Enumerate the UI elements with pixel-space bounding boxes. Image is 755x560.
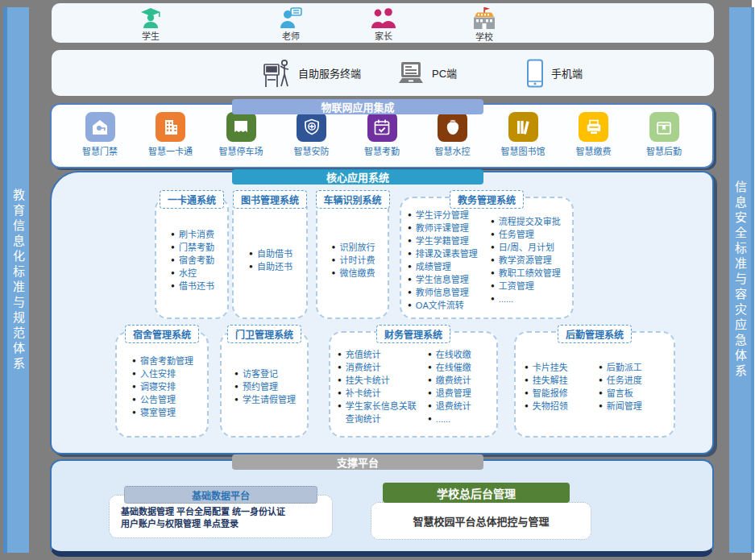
- list-item: ●退费统计: [426, 400, 492, 413]
- system-logistics: 后勤管理系统 ●卡片挂失 ●挂失解挂 ●智能报修 ●失物招领 ●后勤派工 ●任务…: [514, 331, 675, 438]
- system-title: 一卡通系统: [160, 190, 224, 209]
- list-item: ●智能报修: [523, 387, 597, 400]
- system-item-list: ●流程提交及审批 ●任务管理 ●日/周、月计划 ●教学资源管理 ●教职工绩效管理…: [489, 208, 569, 313]
- list-item: ●......: [489, 292, 569, 305]
- list-item: ●预约管理: [233, 380, 297, 393]
- list-item: ●调寝安排: [131, 380, 195, 393]
- list-item: ●成绩管理: [406, 260, 489, 273]
- system-item-list: ●后勤派工 ●任务进度 ●留言板 ●新闻管理: [597, 342, 668, 431]
- core-section: 一卡通系统 ●刷卡消费 ●门禁考勤 ●宿舍考勤 ●水控 ●借书还书 图书管理系统…: [50, 171, 714, 454]
- list-item: ●刷卡消费: [169, 228, 216, 241]
- list-item: ●学生家长信息关联查询统计: [336, 400, 426, 425]
- users-row: 学生 老师: [52, 3, 714, 43]
- list-item: ●挂失卡统计: [336, 374, 426, 387]
- system-title: 宿舍管理系统: [125, 325, 199, 343]
- smart-campus-architecture-diagram: 教育信息化标准与规范体系 信息安全标准与容灾应急体系 学生: [0, 0, 755, 560]
- system-academic: 教务管理系统 ●学生评分管理 ●教师评课管理 ●学生学籍管理 ●排课及课表管理 …: [400, 197, 574, 319]
- list-item: ●留言板: [597, 387, 668, 400]
- list-item: ●宿舍考勤管理: [131, 355, 195, 367]
- list-item: ●识别放行: [330, 241, 377, 254]
- iot-item-logistics: 智慧后勤: [635, 112, 693, 157]
- phone-icon: [525, 59, 545, 88]
- list-item: ●退费管理: [426, 387, 492, 400]
- list-item: ●任务管理: [489, 228, 569, 241]
- list-item: ●工资管理: [489, 280, 569, 292]
- list-item: ●失物招领: [523, 400, 597, 413]
- system-vehicle: 车辆识别系统 ●识别放行 ●计时计费 ●微信缴费: [316, 197, 389, 319]
- user-label: 学生: [142, 29, 160, 42]
- student-icon: [139, 7, 162, 28]
- terminals-row: 自助服务终端 PC端: [52, 50, 714, 96]
- calendar-check-icon: [367, 112, 397, 142]
- iot-item-payment: 智慧缴费: [565, 112, 623, 157]
- iot-item-access: 智慧门禁: [71, 112, 129, 157]
- list-item: ●后勤派工: [597, 361, 668, 374]
- right-standard-sidebar: 信息安全标准与容灾应急体系: [729, 7, 754, 553]
- system-title: 后勤管理系统: [558, 325, 632, 343]
- school-admin-title: 学校总后台管理: [383, 483, 570, 503]
- system-onecard: 一卡通系统 ●刷卡消费 ●门禁考勤 ●宿舍考勤 ●水控 ●借书还书: [155, 197, 229, 319]
- list-item: ●消费统计: [336, 361, 426, 374]
- system-gate: 门卫管理系统 ●访客登记 ●预约管理 ●学生请假管理: [220, 331, 309, 438]
- books-icon: [508, 112, 538, 142]
- user-parents: 家长: [351, 7, 416, 42]
- list-item: ●教师信息管理: [406, 286, 489, 299]
- supply-box-icon: [649, 112, 679, 142]
- list-item: ●任务进度: [597, 374, 668, 387]
- list-item: ●门禁考勤: [169, 241, 216, 254]
- list-item: ●入住安排: [131, 367, 195, 380]
- support-section: 基础数据平台 基础数据管理 平台全局配置 统一身份认证 用户账户与权限管理 单点…: [50, 459, 714, 557]
- list-item: ●充值统计: [336, 348, 426, 361]
- system-title: 教务管理系统: [450, 190, 524, 209]
- list-item: ●计时计费: [330, 254, 377, 267]
- kiosk-icon: [263, 57, 292, 89]
- shield-icon: [297, 112, 326, 142]
- list-item: ●教学资源管理: [489, 254, 569, 267]
- pc-icon: [396, 61, 425, 85]
- list-item: ●公告管理: [131, 393, 195, 406]
- terminal-label: 自助服务终端: [298, 65, 361, 81]
- iot-section-header: 物联网应用集成: [232, 99, 483, 114]
- list-item: ●水控: [169, 267, 216, 280]
- user-teacher: 老师: [259, 7, 323, 42]
- list-item: ●访客登记: [233, 367, 297, 380]
- school-admin-content: 智慧校园平台总体把控与管理: [413, 513, 549, 529]
- teacher-icon: [279, 7, 303, 28]
- building-icon: [156, 112, 185, 142]
- base-data-platform-content: 基础数据管理 平台全局配置 统一身份认证 用户账户与权限管理 单点登录: [121, 506, 285, 530]
- list-item: ●补卡统计: [336, 387, 426, 400]
- iot-item-parking: 智慧停车场: [212, 112, 270, 157]
- user-label: 家长: [375, 29, 392, 42]
- list-item: ●新闻管理: [597, 400, 668, 413]
- system-item-list: ●宿舍考勤管理 ●入住安排 ●调寝安排 ●公告管理 ●寝室管理: [131, 342, 195, 431]
- list-item: ●微信缴费: [330, 267, 377, 280]
- list-item: ●......: [426, 413, 492, 425]
- list-item: ●缴费统计: [426, 374, 492, 387]
- parking-ticket-icon: [226, 112, 256, 142]
- list-item: ●借书还书: [169, 280, 216, 292]
- list-item: ●自助还书: [247, 260, 294, 273]
- system-title: 车辆识别系统: [315, 190, 389, 209]
- system-item-list: ●卡片挂失 ●挂失解挂 ●智能报修 ●失物招领: [523, 342, 597, 431]
- system-title: 门卫管理系统: [227, 325, 301, 343]
- system-item-list: ●访客登记 ●预约管理 ●学生请假管理: [233, 342, 297, 431]
- list-item: ●日/周、月计划: [489, 241, 569, 254]
- list-item: ●宿舍考勤: [169, 254, 216, 267]
- iot-item-attendance: 智慧考勤: [353, 112, 411, 157]
- system-title: 财务管理系统: [376, 325, 450, 343]
- list-item: ●教师评课管理: [406, 222, 489, 234]
- iot-item-onecard: 智慧一卡通: [142, 112, 200, 157]
- system-finance: 财务管理系统 ●充值统计 ●消费统计 ●挂失卡统计 ●补卡统计 ●学生家长信息关…: [329, 331, 498, 438]
- user-student: 学生: [118, 7, 183, 42]
- right-sidebar-label: 信息安全标准与容灾应急体系: [734, 180, 746, 380]
- user-label: 老师: [282, 29, 300, 42]
- list-item: ●在线催缴: [426, 361, 492, 374]
- list-item: ●学生学籍管理: [406, 234, 489, 247]
- user-label: 学校: [475, 30, 493, 43]
- system-item-list: ●刷卡消费 ●门禁考勤 ●宿舍考勤 ●水控 ●借书还书: [169, 208, 216, 313]
- list-item: ●教职工绩效管理: [489, 267, 569, 280]
- terminal-pc: PC端: [396, 50, 457, 96]
- list-item: ●OA文件流转: [406, 299, 489, 312]
- system-item-list: ●学生评分管理 ●教师评课管理 ●学生学籍管理 ●排课及课表管理 ●成绩管理 ●…: [406, 208, 489, 313]
- water-jar-icon: [438, 112, 467, 142]
